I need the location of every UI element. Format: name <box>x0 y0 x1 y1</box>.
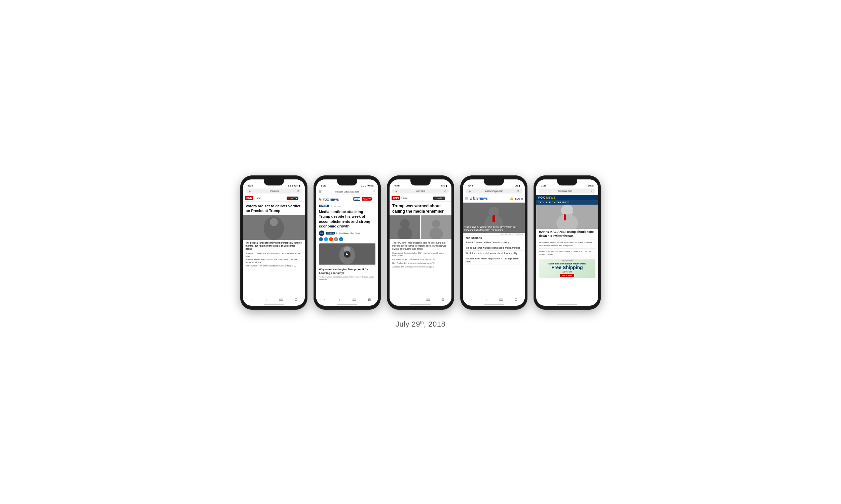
svg-point-2 <box>270 218 278 226</box>
url-1: cnn.com <box>253 190 296 192</box>
cnn-summary-1: The political landscape may shift dramat… <box>243 240 305 252</box>
cnn-livetv-3[interactable]: Live TV ▾ <box>433 197 445 200</box>
back-btn-4[interactable]: ← <box>470 298 474 301</box>
home-indicator-5 <box>557 304 577 305</box>
url-4: abcnews.go.com <box>473 190 516 192</box>
facebook-icon-2[interactable]: f <box>319 237 323 241</box>
menu-icon-2[interactable]: ☰ <box>319 190 322 193</box>
cnn3-link-2[interactable]: HLN Anchor: For once, a united press cor… <box>392 262 449 265</box>
hamburger-3[interactable]: ☰ <box>446 196 449 200</box>
twitter-icon-2[interactable]: t <box>324 237 328 241</box>
ad-label-5: Advertisement <box>562 260 572 262</box>
bottom-bar-2: ← ↑ 📖 ⊡ <box>316 296 378 303</box>
hamburger-1[interactable]: ☰ <box>300 196 303 200</box>
cnn-link-1-0[interactable]: Analysis: 5 metrics that suggest Democra… <box>245 252 302 258</box>
fox5-sub-text-5-0: Trump fires back at 'insane' media after… <box>536 241 598 247</box>
abc-logo-text-4: abc <box>470 196 478 201</box>
cnn-navbar-1: CNN Home Live TV ▾ ☰ <box>243 195 305 202</box>
abc-login-4[interactable]: LOG IN <box>515 198 523 200</box>
abc-hamburger-4[interactable]: ☰ <box>465 197 468 201</box>
abc-story-4-0[interactable]: 3 dead, 7 injured in New Orleans shootin… <box>463 240 525 245</box>
lte-5: LTE <box>588 185 592 187</box>
cnn-home-3[interactable]: Home <box>401 197 432 199</box>
print-icon-2[interactable]: p <box>339 237 343 241</box>
home-indicator-2 <box>337 304 357 305</box>
status-bar-5: 7:29 LTE ▮ <box>536 179 598 188</box>
time-5: 7:29 <box>541 184 546 187</box>
back-btn-3[interactable]: ← <box>397 298 400 301</box>
cnn-links-1: Analysis: 5 metrics that suggest Democra… <box>243 252 305 296</box>
cnn3-link-1[interactable]: Fox News backs CNN reporter after WH ban… <box>392 258 449 261</box>
cnn-livetv-1[interactable]: Live TV ▾ <box>287 197 298 200</box>
cnn-link-1-2[interactable]: GOP lawmaker on female candidate: 'Look … <box>245 265 302 268</box>
cnn-logo-3: CNN <box>392 196 400 200</box>
content-1: Voters are set to deliver verdict on Pre… <box>243 202 305 296</box>
address-bar-1[interactable]: 🔒 cnn.com ↺ <box>245 188 302 194</box>
battery-4: ▮ <box>519 184 520 187</box>
status-bar-2: 9:22 ▲▲▲ WiFi ▮ <box>316 179 378 188</box>
reload-1[interactable]: ↺ <box>297 190 299 193</box>
fox-watchtv-2[interactable]: Watch TV <box>362 197 372 201</box>
fox-logo-2: 🦊 FOX NEWS <box>318 196 339 202</box>
reader-btn-4[interactable]: 📖 <box>499 298 503 301</box>
ad-cta-5[interactable]: SHOP NOW <box>560 274 574 277</box>
bottom-bar-1: ← ↑ 📖 ⊡ <box>243 296 305 303</box>
cnn-link-1-1[interactable]: Analysis: House majority within reach fo… <box>245 258 302 264</box>
abc-story-4-1[interactable]: Times publisher warned Trump about media… <box>463 245 525 251</box>
address-bar-4[interactable]: 🔒 abcnews.go.com ↺ <box>466 188 522 194</box>
signal-1: ▲▲▲ <box>288 185 294 187</box>
reader-btn-2[interactable]: 📖 <box>352 298 356 301</box>
fox-login-2[interactable]: Login <box>353 197 360 201</box>
abc-story-4-2[interactable]: West deals with brutal summer heat, low … <box>463 251 525 256</box>
tabs-btn-2[interactable]: ⊡ <box>368 298 371 301</box>
phone-1: 9:20 ▲▲▲ WiFi ▮ 🔒 cnn.com ↺ CNN Home <box>240 175 307 310</box>
reload-4[interactable]: ↺ <box>517 190 519 193</box>
cnn-home-1[interactable]: Home <box>255 197 285 199</box>
ad-text-5: Don't miss these Black Friday Deals <box>548 263 586 265</box>
iphone-4: 4:49 LTE ▮ 🔒 abcnews.go.com ↺ ☰ abc <box>460 175 528 310</box>
cnn3-link-3[interactable]: Analysis: The truly unprecedented challe… <box>392 266 449 268</box>
share-btn-2[interactable]: ↑ <box>339 298 340 301</box>
cnn-img-row-3 <box>390 215 451 239</box>
opinion-badge-2: OPINION <box>319 205 329 207</box>
reload-5[interactable]: ↺ <box>590 190 593 193</box>
abc-bell-4[interactable]: 🔔 <box>510 197 513 200</box>
flipboard-icon-2[interactable]: f <box>329 237 333 241</box>
status-bar-4: 4:49 LTE ▮ <box>463 179 525 188</box>
abc-story-4-3[interactable]: Mnuchin says Fed is 'responsible' in rai… <box>463 256 525 265</box>
reader-btn-1[interactable]: 📖 <box>279 298 283 301</box>
wifi-1: WiFi <box>294 185 298 187</box>
cnn3-link-0[interactable]: Scaramucci: Decision to bar CNN reporter… <box>392 252 449 257</box>
share-btn-3[interactable]: ↑ <box>412 298 414 301</box>
ad-discount-5: 18% off <box>563 270 572 273</box>
url-5: foxnews.com <box>542 190 589 192</box>
play-btn-2[interactable]: ▶ <box>344 251 350 258</box>
email-icon-2[interactable]: @ <box>334 237 338 241</box>
tabs-btn-3[interactable]: ⊡ <box>441 298 444 301</box>
share-btn-1[interactable]: ↑ <box>265 298 267 301</box>
phone-4: 4:49 LTE ▮ 🔒 abcnews.go.com ↺ ☰ abc <box>460 175 528 310</box>
back-btn-2[interactable]: ← <box>324 298 327 301</box>
fox-hamburger-2[interactable]: ☰ <box>373 197 376 201</box>
fox-video-2[interactable]: ▶ <box>319 243 375 265</box>
back-btn-1[interactable]: ← <box>250 298 254 301</box>
home-indicator-3 <box>410 304 431 305</box>
close-icon-2[interactable]: ✕ <box>373 190 375 193</box>
abc-big-img-4: Trump says he would 'shut down' governme… <box>463 203 525 233</box>
fox5-ad-5[interactable]: Advertisement Don't miss these Black Fri… <box>539 259 596 278</box>
iphone-3: 4:48 LTE ▮ 🔒 cnn.com ↺ CNN Home <box>387 175 454 310</box>
phone-2: 9:22 ▲▲▲ WiFi ▮ ☰ Reader View Available … <box>313 175 381 310</box>
content-4: Trump says he would 'shut down' governme… <box>463 203 525 296</box>
address-bar-5[interactable]: foxnews.com ↺ <box>539 188 596 194</box>
status-icons-5: LTE ▮ <box>588 184 594 187</box>
svg-rect-21 <box>564 214 566 220</box>
cnn-img3-right <box>421 215 451 239</box>
reader-btn-3[interactable]: 📖 <box>426 298 430 301</box>
tabs-btn-1[interactable]: ⊡ <box>295 298 297 301</box>
address-bar-3[interactable]: 🔒 cnn.com ↺ <box>392 188 449 194</box>
tabs-btn-4[interactable]: ⊡ <box>515 298 517 301</box>
share-btn-4[interactable]: ↑ <box>485 298 487 301</box>
reload-3[interactable]: ↺ <box>444 190 446 193</box>
phone-3: 4:48 LTE ▮ 🔒 cnn.com ↺ CNN Home <box>387 175 454 310</box>
fox-logo-text-2: 🦊 FOX NEWS <box>318 198 339 201</box>
